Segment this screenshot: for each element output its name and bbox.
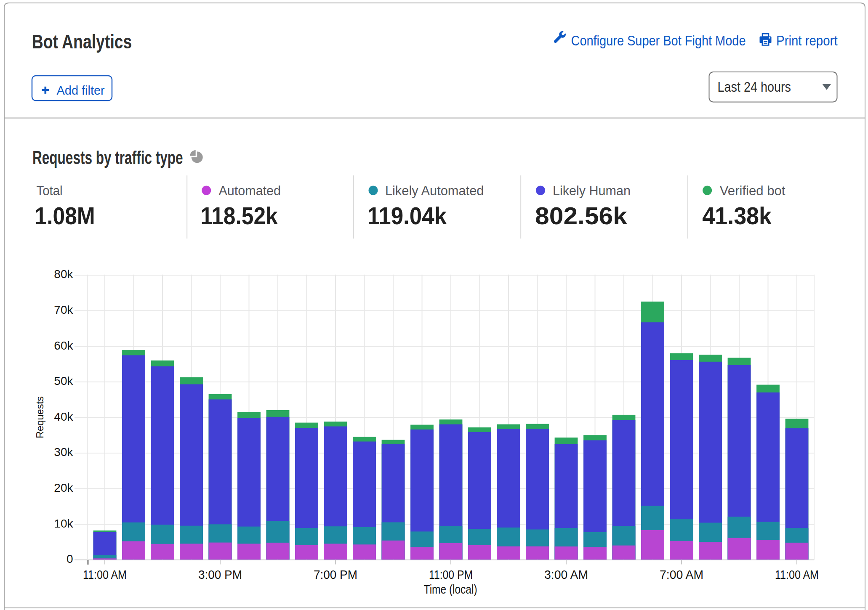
svg-text:1.08M: 1.08M xyxy=(35,202,95,229)
svg-text:Verified bot: Verified bot xyxy=(720,183,785,198)
svg-text:11:00 AM: 11:00 AM xyxy=(83,568,127,581)
svg-text:Last 24 hours: Last 24 hours xyxy=(718,79,791,95)
svg-text:Add filter: Add filter xyxy=(57,83,105,97)
svg-text:80k: 80k xyxy=(54,268,73,281)
svg-text:Time (local): Time (local) xyxy=(424,582,477,596)
svg-text:10k: 10k xyxy=(54,517,73,530)
svg-text:3:00 AM: 3:00 AM xyxy=(544,568,588,581)
svg-text:7:00 AM: 7:00 AM xyxy=(660,568,703,581)
svg-text:40k: 40k xyxy=(54,410,73,423)
svg-text:Likely Automated: Likely Automated xyxy=(385,183,484,198)
svg-text:Likely Human: Likely Human xyxy=(553,183,631,198)
svg-text:Configure Super Bot Fight Mode: Configure Super Bot Fight Mode xyxy=(571,32,746,48)
svg-text:Requests: Requests xyxy=(34,396,45,438)
svg-text:Total: Total xyxy=(37,183,63,198)
svg-text:802.56k: 802.56k xyxy=(535,202,627,229)
svg-text:41.38k: 41.38k xyxy=(702,202,772,229)
svg-text:60k: 60k xyxy=(54,339,73,352)
svg-text:Automated: Automated xyxy=(219,183,281,198)
svg-text:119.04k: 119.04k xyxy=(367,202,447,229)
svg-text:118.52k: 118.52k xyxy=(200,202,278,229)
svg-text:3:00 PM: 3:00 PM xyxy=(198,568,242,581)
svg-text:11:00 PM: 11:00 PM xyxy=(429,568,473,581)
svg-text:70k: 70k xyxy=(54,303,73,316)
svg-text:30k: 30k xyxy=(54,446,73,459)
svg-text:20k: 20k xyxy=(54,481,73,494)
svg-text:0: 0 xyxy=(67,552,73,565)
svg-text:Print report: Print report xyxy=(776,32,838,48)
svg-text:Bot Analytics: Bot Analytics xyxy=(32,30,132,53)
svg-text:50k: 50k xyxy=(54,374,73,387)
svg-text:11:00 AM: 11:00 AM xyxy=(775,568,819,581)
svg-text:Requests by traffic type: Requests by traffic type xyxy=(32,147,183,168)
svg-text:7:00 PM: 7:00 PM xyxy=(314,568,357,581)
